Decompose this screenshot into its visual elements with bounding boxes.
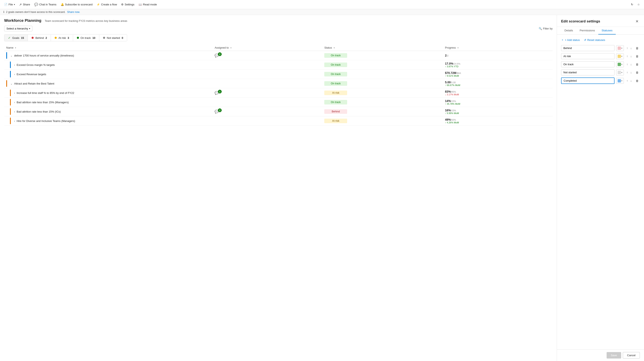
color-dropdown-arrow: ▾: [621, 47, 622, 49]
expand-button[interactable]: ›: [14, 63, 15, 67]
delete-button-at_risk[interactable]: 🗑: [634, 54, 640, 58]
scorecard-header: Workforce Planning Team scorecard for tr…: [4, 18, 552, 23]
color-bar: [6, 52, 7, 59]
name-cell: ⌄deliver 1700 hours of service annually …: [6, 52, 210, 59]
add-status-button[interactable]: ＋ + Add status: [561, 38, 580, 42]
delete-button-completed[interactable]: 🗑: [634, 78, 640, 83]
tab-statuses[interactable]: Statuses: [598, 27, 616, 34]
progress-cell: 17.0%/14.6%↑ 3.87% YTD: [443, 60, 552, 70]
subscribe-button[interactable]: 🔔 Subscribe to scorecard: [59, 2, 94, 7]
status-cell: On track: [322, 70, 443, 79]
tab-details[interactable]: Details: [561, 27, 576, 34]
save-button[interactable]: Save: [606, 352, 621, 358]
move-down-button-on_track[interactable]: ↓: [630, 62, 633, 66]
status-name-input-at_risk[interactable]: [561, 53, 614, 59]
settings-button[interactable]: ⚙ Settings: [120, 2, 136, 7]
cancel-button[interactable]: Cancel: [623, 352, 640, 358]
color-picker-button-not_started[interactable]: ▾: [616, 70, 624, 76]
col-progress[interactable]: Progress ▾: [443, 45, 552, 51]
move-up-button-not_started[interactable]: ↑: [626, 70, 629, 74]
status-name-input-not_started[interactable]: [561, 70, 614, 76]
expand-button[interactable]: ›: [14, 72, 15, 76]
comment-count-badge: 2: [218, 52, 222, 56]
tab-behind-label: Behind: [35, 36, 44, 40]
tab-behind[interactable]: Behind 2: [28, 35, 51, 41]
expand-button[interactable]: ›: [14, 91, 15, 95]
expand-button[interactable]: ⌄: [10, 54, 13, 58]
col-name[interactable]: Name ▾: [4, 45, 212, 51]
chat-teams-button[interactable]: 💬 Chat in Teams: [32, 2, 58, 7]
move-up-button-at_risk[interactable]: ↑: [626, 54, 629, 58]
assigned-cell: 💬1: [212, 88, 322, 98]
refresh-icon: ↻: [631, 3, 633, 6]
assigned-cell: [212, 116, 322, 126]
tab-goals[interactable]: ✓ Goals 15: [4, 34, 28, 41]
filter-button[interactable]: 🔍 Filter by: [539, 27, 552, 30]
progress-main: 2: [445, 54, 447, 57]
tab-on-track[interactable]: On track 10: [73, 35, 100, 41]
tab-at-risk[interactable]: At risk 3: [51, 35, 73, 41]
expand-button[interactable]: ⌄: [10, 82, 13, 86]
delete-button-not_started[interactable]: 🗑: [634, 70, 640, 75]
summary-tabs: ✓ Goals 15 Behind 2 At risk 3 On track 1…: [4, 34, 127, 41]
expand-button[interactable]: ›: [14, 100, 15, 104]
assigned-cell: [212, 79, 322, 88]
name-cell: ›Bad attrition rate less than 15% (ICs): [10, 108, 210, 115]
status-arrows-not_started: ↑↓: [626, 70, 633, 74]
status-name-input-on_track[interactable]: [561, 61, 614, 67]
move-down-button-not_started[interactable]: ↓: [630, 70, 633, 74]
col-assigned[interactable]: Assigned to ▾: [212, 45, 322, 51]
create-flow-button[interactable]: ⚡ Create a flow: [95, 2, 118, 7]
share-now-link[interactable]: Share now.: [67, 10, 80, 14]
color-picker-button-behind[interactable]: ▾: [616, 45, 624, 51]
progress-main: 14%: [445, 99, 451, 102]
add-status-label: + Add status: [565, 38, 580, 42]
color-picker-button-on_track[interactable]: ▾: [616, 62, 624, 67]
move-up-button-completed[interactable]: ↑: [626, 78, 629, 83]
refresh-button[interactable]: ↻: [629, 2, 635, 7]
tab-not-started[interactable]: Not started 0: [99, 35, 127, 41]
toolbar: 📄 File ▾ ↗ Share 💬 Chat in Teams 🔔 Subsc…: [0, 0, 644, 9]
color-bar: [10, 62, 11, 68]
status-row-at_risk: ▾↑↓🗑: [561, 53, 640, 59]
comment-indicator: 💬2: [214, 54, 222, 58]
close-button[interactable]: ✕: [634, 19, 640, 24]
chevron-icon: ›: [14, 73, 15, 76]
rp-body: ＋ + Add status ↺ Reset statuses ▾↑↓🗑▾↑↓🗑…: [557, 35, 644, 349]
delete-button-behind[interactable]: 🗑: [634, 46, 640, 50]
rp-actions: ＋ + Add status ↺ Reset statuses: [561, 38, 640, 42]
share-button[interactable]: ↗ Share: [18, 2, 32, 7]
progress-main: 83%: [445, 90, 451, 93]
read-mode-button[interactable]: 📖 Read mode: [137, 2, 158, 7]
color-picker-button-completed[interactable]: ▾: [616, 78, 624, 84]
col-status[interactable]: Status ▾: [322, 45, 443, 51]
expand-button[interactable]: ›: [14, 110, 15, 114]
chevron-icon: ›: [14, 64, 15, 66]
progress-cell: 16%/15%↑ 9.99% MoM: [443, 107, 552, 116]
comment-count-badge: 1: [218, 90, 222, 94]
move-up-button-on_track[interactable]: ↑: [626, 62, 629, 66]
reset-statuses-button[interactable]: ↺ Reset statuses: [584, 38, 605, 42]
expand-button[interactable]: ›: [14, 119, 15, 123]
table-row: ›Hire for Diverse and Inclusive Teams (M…: [4, 116, 552, 126]
rp-header: Edit scorecard settings ✕: [557, 15, 644, 27]
status-row-on_track: ▾↑↓🗑: [561, 61, 640, 67]
star-button[interactable]: ☆: [636, 2, 642, 7]
status-name-input-behind[interactable]: [561, 45, 614, 51]
file-button[interactable]: 📄 File ▾: [2, 2, 16, 7]
status-cell: At risk: [322, 88, 443, 98]
status-badge: At risk: [324, 90, 347, 95]
status-name-input-completed[interactable]: [561, 78, 614, 84]
progress-cell: 83%/85%↓ 3.17% MoM: [443, 88, 552, 98]
move-down-button-at_risk[interactable]: ↓: [630, 54, 633, 58]
hierarchy-button[interactable]: Select a hierarchy ▾: [4, 26, 32, 31]
tab-permissions[interactable]: Permissions: [576, 27, 598, 34]
delete-button-on_track[interactable]: 🗑: [634, 62, 640, 67]
move-down-button-behind[interactable]: ↓: [630, 46, 633, 50]
tab-at-risk-count: 3: [68, 36, 69, 40]
move-down-button-completed[interactable]: ↓: [630, 78, 633, 83]
color-bar: [10, 71, 11, 78]
color-picker-button-at_risk[interactable]: ▾: [616, 54, 624, 59]
not-started-dot: [103, 37, 105, 39]
move-up-button-behind[interactable]: ↑: [626, 46, 629, 50]
